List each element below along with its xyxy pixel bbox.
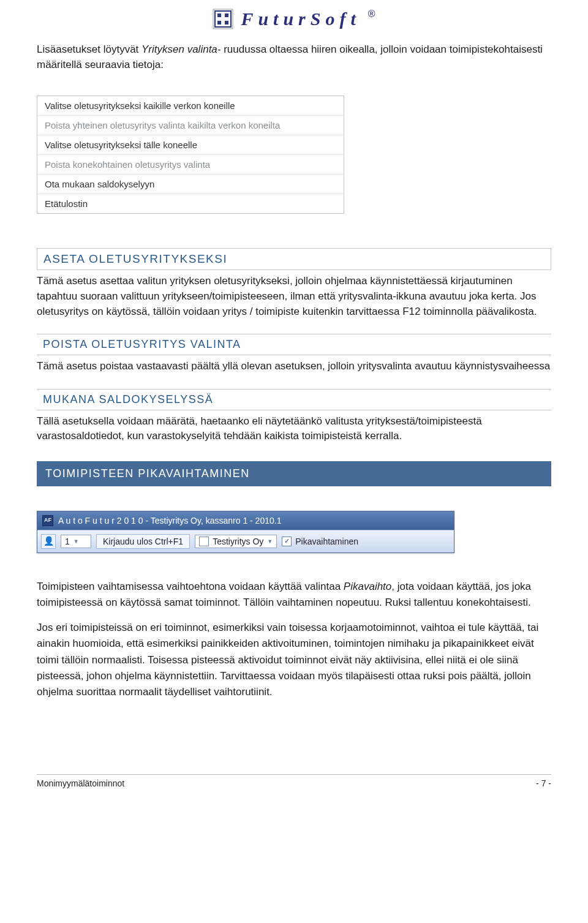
section-body-aseta: Tämä asetus asettaa valitun yrityksen ol… <box>37 274 551 319</box>
logout-label: Kirjaudu ulos Ctrl+F1 <box>103 537 183 546</box>
window-title-bar: AF A u t o F u t u r 2 0 1 0 - Testiyrit… <box>37 511 454 530</box>
chevron-down-icon: ▼ <box>74 538 79 544</box>
svg-rect-4 <box>217 21 221 24</box>
registered-icon: ® <box>368 9 375 20</box>
menu-item-label: Valitse oletusyritykseksi kaikille verko… <box>45 100 235 111</box>
window-title-text: A u t o F u t u r 2 0 1 0 - Testiyritys … <box>58 516 281 526</box>
brand-logo: FuturSoft ® <box>213 9 375 29</box>
intro-italic: Yrityksen valinta- <box>141 43 221 55</box>
svg-rect-3 <box>225 13 228 17</box>
logout-button[interactable]: Kirjaudu ulos Ctrl+F1 <box>96 534 190 549</box>
menu-item-remove-default-this[interactable]: Poista konekohtainen oletusyritys valint… <box>37 154 344 174</box>
company-label: Testiyritys Oy <box>213 537 263 546</box>
menu-item-label: Poista yhteinen oletusyritys valinta kai… <box>45 120 280 130</box>
menu-item-set-default-all[interactable]: Valitse oletusyritykseksi kaikille verko… <box>37 96 344 115</box>
user-number-value: 1 <box>65 537 70 546</box>
menu-item-label: Poista konekohtainen oletusyritys valint… <box>45 159 210 170</box>
menu-item-remote-printer[interactable]: Etätulostin <box>37 194 344 213</box>
body-paragraph-2: Jos eri toimipisteissä on eri toiminnot,… <box>37 620 551 701</box>
company-checkbox[interactable] <box>199 537 209 546</box>
p1-italic: Pikavaihto <box>344 581 391 592</box>
body-paragraph-1: Toimipisteen vaihtamisessa vaihtoehtona … <box>37 579 551 611</box>
section-title-pikavaihto: TOIMIPISTEEN PIKAVAIHTAMINEN <box>37 461 551 486</box>
section-body-poista: Tämä asetus poistaa vastaavasti päältä y… <box>37 359 551 374</box>
intro-prefix: Lisäasetukset löytyvät <box>37 43 141 55</box>
checkbox-box: ✓ <box>282 537 292 546</box>
section-title-poista: POISTA OLETUSYRITYS VALINTA <box>43 338 241 350</box>
menu-item-label: Ota mukaan saldokyselyyn <box>45 179 154 189</box>
menu-item-label: Valitse oletusyritykseksi tälle koneelle <box>45 140 197 150</box>
svg-rect-2 <box>217 13 221 17</box>
menu-item-remove-default-all[interactable]: Poista yhteinen oletusyritys valinta kai… <box>37 115 344 135</box>
pikavaihto-checkbox[interactable]: ✓ Pikavaihtaminen <box>282 537 358 546</box>
app-window: AF A u t o F u t u r 2 0 1 0 - Testiyrit… <box>37 511 454 553</box>
user-icon[interactable]: 👤 <box>41 534 56 549</box>
app-small-icon: AF <box>42 515 53 526</box>
brand-logo-icon <box>213 9 233 29</box>
company-combo[interactable]: Testiyritys Oy ▼ <box>195 535 277 548</box>
user-number-combo[interactable]: 1 ▼ <box>61 535 91 548</box>
footer-right: - 7 - <box>536 778 551 788</box>
pikavaihto-label: Pikavaihtaminen <box>295 537 358 546</box>
svg-rect-0 <box>213 9 233 29</box>
p1-prefix: Toimipisteen vaihtamisessa vaihtoehtona … <box>37 581 344 592</box>
svg-rect-5 <box>225 21 228 24</box>
section-title-aseta: ASETA OLETUSYRITYKSEKSI <box>43 252 227 265</box>
section-title-mukana: MUKANA SALDOKYSELYSSÄ <box>43 393 213 405</box>
menu-item-label: Etätulostin <box>45 198 88 209</box>
menu-item-include-balance[interactable]: Ota mukaan saldokyselyyn <box>37 174 344 194</box>
brand-logo-text: FuturSoft <box>241 9 360 29</box>
menu-item-set-default-this[interactable]: Valitse oletusyritykseksi tälle koneelle <box>37 135 344 154</box>
footer-left: Monimyymälätoiminnot <box>37 778 124 788</box>
context-menu: Valitse oletusyritykseksi kaikille verko… <box>37 96 344 214</box>
chevron-down-icon: ▼ <box>267 538 273 544</box>
intro-paragraph: Lisäasetukset löytyvät Yrityksen valinta… <box>37 42 551 72</box>
section-body-mukana: Tällä asetuksella voidaan määrätä, haeta… <box>37 414 551 444</box>
